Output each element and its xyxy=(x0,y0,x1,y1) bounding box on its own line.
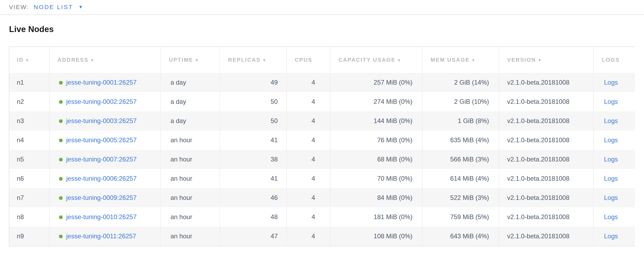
table-row: n8 jesse-tuning-0010:26257 an hour 48 4 … xyxy=(9,207,635,227)
cell-node-id: n8 xyxy=(9,207,49,227)
column-header-capacity-usage[interactable]: CAPACITY USAGE▼ xyxy=(330,47,422,73)
node-address-link[interactable]: jesse-tuning-0003:26257 xyxy=(66,117,137,124)
column-header-address[interactable]: ADDRESS▼ xyxy=(49,47,161,73)
cell-capacity-usage: 76 MiB (0%) xyxy=(330,131,422,150)
cell-uptime: an hour xyxy=(161,188,220,207)
logs-link[interactable]: Logs xyxy=(604,117,618,124)
cell-node-id: n7 xyxy=(9,188,49,207)
cell-version: v2.1.0-beta.20181008 xyxy=(499,150,594,169)
cell-address: jesse-tuning-0003:26257 xyxy=(49,111,161,131)
cell-mem-usage: 614 MiB (4%) xyxy=(422,169,499,188)
logs-link[interactable]: Logs xyxy=(604,175,618,182)
node-address-link[interactable]: jesse-tuning-0010:26257 xyxy=(66,213,137,220)
cell-node-id: n1 xyxy=(9,73,49,92)
cell-replicas: 46 xyxy=(220,188,287,207)
table-row: n1 jesse-tuning-0001:26257 a day 49 4 25… xyxy=(9,73,635,92)
cell-cpus: 4 xyxy=(287,92,330,111)
logs-link[interactable]: Logs xyxy=(604,136,618,144)
cell-capacity-usage: 274 MiB (0%) xyxy=(330,92,422,111)
column-header-version[interactable]: VERSION▼ xyxy=(499,47,594,73)
column-header-replicas[interactable]: REPLICAS▼ xyxy=(220,47,287,73)
cell-address: jesse-tuning-0002:26257 xyxy=(49,92,161,111)
node-address-link[interactable]: jesse-tuning-0005:26257 xyxy=(66,136,137,144)
cell-capacity-usage: 108 MiB (0%) xyxy=(330,227,422,246)
node-address-link[interactable]: jesse-tuning-0011:26257 xyxy=(66,232,136,240)
cell-node-id: n4 xyxy=(9,131,49,150)
cell-node-id: n5 xyxy=(9,150,49,169)
cell-logs: Logs xyxy=(594,73,635,92)
node-live-status-icon xyxy=(59,139,63,142)
cell-node-id: n6 xyxy=(9,169,49,188)
node-address-link[interactable]: jesse-tuning-0007:26257 xyxy=(66,156,137,163)
sort-caret-icon: ▼ xyxy=(397,58,401,62)
node-address-link[interactable]: jesse-tuning-0009:26257 xyxy=(66,194,137,201)
cell-logs: Logs xyxy=(594,169,635,188)
cell-cpus: 4 xyxy=(287,111,330,131)
view-label: VIEW: xyxy=(9,4,29,11)
logs-link[interactable]: Logs xyxy=(604,213,618,220)
cell-cpus: 4 xyxy=(287,227,330,246)
cell-version: v2.1.0-beta.20181008 xyxy=(499,227,594,246)
cell-cpus: 4 xyxy=(287,188,330,207)
logs-link[interactable]: Logs xyxy=(604,79,618,86)
column-header-uptime[interactable]: UPTIME▼ xyxy=(161,47,220,73)
cell-version: v2.1.0-beta.20181008 xyxy=(499,169,594,188)
logs-link[interactable]: Logs xyxy=(604,194,618,201)
sort-caret-icon: ▼ xyxy=(25,58,30,62)
cell-version: v2.1.0-beta.20181008 xyxy=(499,73,594,92)
cell-mem-usage: 643 MiB (4%) xyxy=(422,227,499,246)
cell-cpus: 4 xyxy=(287,169,330,188)
node-address-link[interactable]: jesse-tuning-0006:26257 xyxy=(66,175,137,182)
cell-mem-usage: 635 MiB (4%) xyxy=(422,131,499,150)
sort-caret-icon: ▼ xyxy=(262,58,267,62)
cell-replicas: 50 xyxy=(220,111,287,131)
cell-address: jesse-tuning-0001:26257 xyxy=(49,73,161,92)
cell-replicas: 41 xyxy=(220,169,287,188)
cell-capacity-usage: 144 MiB (0%) xyxy=(330,111,422,131)
cell-logs: Logs xyxy=(594,150,635,169)
node-live-status-icon xyxy=(59,81,63,85)
sort-caret-icon: ▼ xyxy=(90,58,95,62)
cell-address: jesse-tuning-0006:26257 xyxy=(49,169,161,188)
column-header-id[interactable]: ID▼ xyxy=(9,47,49,73)
view-selector-bar: VIEW: NODE LIST ▼ xyxy=(0,0,644,15)
table-row: n7 jesse-tuning-0009:26257 an hour 46 4 … xyxy=(9,188,635,207)
cell-version: v2.1.0-beta.20181008 xyxy=(499,131,594,150)
node-live-status-icon xyxy=(59,235,63,238)
logs-link[interactable]: Logs xyxy=(604,98,618,105)
column-header-logs: LOGS xyxy=(594,47,635,73)
cell-address: jesse-tuning-0009:26257 xyxy=(49,188,161,207)
column-header-mem-usage[interactable]: MEM USAGE▼ xyxy=(422,47,499,73)
cell-logs: Logs xyxy=(594,188,635,207)
cell-cpus: 4 xyxy=(287,207,330,227)
table-row: n3 jesse-tuning-0003:26257 a day 50 4 14… xyxy=(9,111,635,131)
cell-logs: Logs xyxy=(594,131,635,150)
table-header-row: ID▼ ADDRESS▼ UPTIME▼ REPLICAS▼ CPUS CAPA… xyxy=(9,47,635,73)
cell-replicas: 47 xyxy=(220,227,287,246)
view-dropdown-value: NODE LIST xyxy=(34,4,73,11)
cell-replicas: 48 xyxy=(220,207,287,227)
cell-cpus: 4 xyxy=(287,131,330,150)
cell-logs: Logs xyxy=(594,111,635,131)
cell-replicas: 38 xyxy=(220,150,287,169)
table-row: n2 jesse-tuning-0002:26257 a day 50 4 27… xyxy=(9,92,635,111)
logs-link[interactable]: Logs xyxy=(604,232,618,240)
sort-caret-icon: ▼ xyxy=(195,58,199,62)
column-header-cpus: CPUS xyxy=(287,47,330,73)
cell-version: v2.1.0-beta.20181008 xyxy=(499,188,594,207)
node-live-status-icon xyxy=(59,196,63,200)
cell-capacity-usage: 68 MiB (0%) xyxy=(330,150,422,169)
cell-mem-usage: 2 GiB (14%) xyxy=(422,73,499,92)
cell-capacity-usage: 70 MiB (0%) xyxy=(330,169,422,188)
logs-link[interactable]: Logs xyxy=(604,156,618,163)
table-row: n6 jesse-tuning-0006:26257 an hour 41 4 … xyxy=(9,169,635,188)
cell-uptime: an hour xyxy=(161,227,220,246)
node-live-status-icon xyxy=(59,215,63,219)
node-address-link[interactable]: jesse-tuning-0002:26257 xyxy=(66,98,137,105)
cell-logs: Logs xyxy=(594,227,635,246)
view-dropdown[interactable]: NODE LIST ▼ xyxy=(34,4,83,11)
node-address-link[interactable]: jesse-tuning-0001:26257 xyxy=(66,79,137,86)
node-live-status-icon xyxy=(59,100,63,104)
cell-capacity-usage: 84 MiB (0%) xyxy=(330,188,422,207)
cell-mem-usage: 522 MiB (3%) xyxy=(422,188,499,207)
